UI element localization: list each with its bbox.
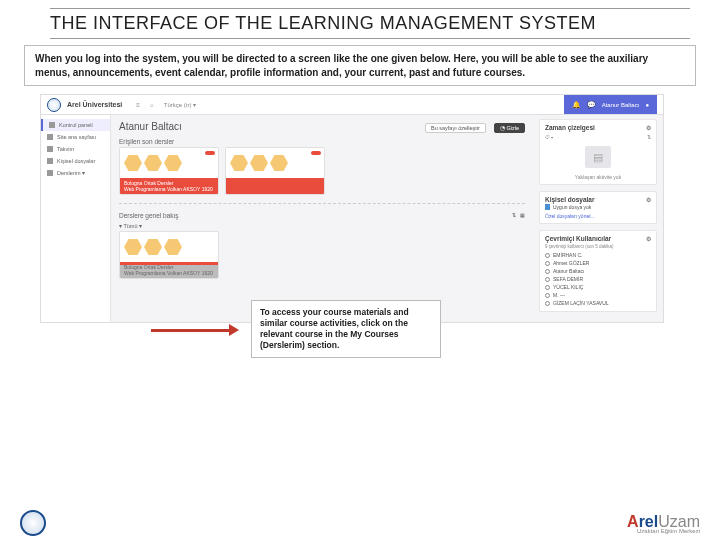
user-icon [545, 269, 550, 274]
filter-dropdown[interactable]: ▾ Tümü ▾ [119, 223, 525, 229]
search-icon[interactable]: ⌕ [150, 102, 154, 108]
user-icon [545, 293, 550, 298]
university-logo-icon [47, 98, 61, 112]
timeline-panel: Zaman çizelgesi⚙ ⏱ ▾⇅ ▤ Yaklaşan aktivit… [539, 119, 657, 185]
sidebar-item-files[interactable]: Kişisel dosyalar [41, 155, 110, 167]
online-user[interactable]: SEFA DEMİR [545, 275, 651, 283]
course-card[interactable]: Bologna Ortak DerslerWeb Programlama Vol… [119, 231, 219, 279]
sidebar-item-courses[interactable]: Derslerim ▾ [41, 167, 110, 179]
calendar-icon [47, 146, 53, 152]
course-card[interactable] [225, 147, 325, 195]
sort-icon[interactable]: ⇅ [512, 212, 516, 218]
home-icon [47, 134, 53, 140]
online-user[interactable]: EMİRHAN C. [545, 251, 651, 259]
sidebar-item-label: Kişisel dosyalar [57, 158, 95, 164]
file-icon [545, 204, 550, 210]
badge-icon [311, 151, 321, 155]
files-title: Kişisel dosyalar [545, 196, 595, 203]
online-title: Çevrimiçi Kullanıcılar [545, 235, 611, 242]
folder-icon [47, 158, 53, 164]
online-user[interactable]: GİZEM LAÇİN YASAVUL [545, 299, 651, 307]
online-user[interactable]: YÜCEL KILIÇ [545, 283, 651, 291]
lms-screenshot: Arel Üniversitesi ≡ ⌕ Türkçe (tr) ▾ 🔔 💬 … [40, 94, 664, 323]
user-icon [545, 261, 550, 266]
user-icon [545, 277, 550, 282]
dashboard-icon [49, 122, 55, 128]
user-name[interactable]: Atanur Baltacı [602, 102, 640, 108]
gear-icon[interactable]: ⚙ [646, 196, 651, 203]
notification-bell-icon[interactable]: 🔔 [572, 101, 581, 109]
page-title-bar: THE INTERFACE OF THE LEARNING MANAGEMENT… [50, 8, 690, 39]
timeline-sort[interactable]: ⇅ [647, 134, 651, 140]
hide-button[interactable]: ◔ Gizle [494, 123, 525, 133]
timeline-empty: Yaklaşan aktivite yok [545, 174, 651, 180]
user-icon [545, 253, 550, 258]
online-user[interactable]: Atanur Baltacı [545, 267, 651, 275]
user-icon [545, 301, 550, 306]
grad-cap-icon [47, 170, 53, 176]
files-panel: Kişisel dosyalar⚙ Uygun dosya yok Özel d… [539, 191, 657, 224]
online-users-panel: Çevrimiçi Kullanıcılar⚙ 9 çevrimiçi kull… [539, 230, 657, 312]
course-card[interactable]: Bologna Ortak DerslerWeb Programlama Vol… [119, 147, 219, 195]
callout-text: To access your course materials and simi… [260, 307, 409, 350]
sidebar-item-home[interactable]: Site ana sayfası [41, 131, 110, 143]
badge-icon [205, 151, 215, 155]
sidebar-item-label: Derslerim ▾ [57, 170, 85, 176]
sidebar-item-label: Kontrol paneli [59, 122, 93, 128]
files-empty: Uygun dosya yok [553, 204, 591, 210]
sidebar-item-dashboard[interactable]: Kontrol paneli [41, 119, 110, 131]
overview-label: Derslere genel bakış [119, 212, 179, 219]
timeline-title: Zaman çizelgesi [545, 124, 595, 131]
recent-courses-label: Erişilen son dersler [119, 138, 525, 145]
intro-box: When you log into the system, you will b… [24, 45, 696, 86]
user-icon [545, 285, 550, 290]
language-selector[interactable]: Türkçe (tr) ▾ [164, 101, 196, 108]
pointer-arrow [151, 325, 241, 335]
footer-university-logo-icon [20, 510, 46, 536]
sidebar: Kontrol paneli Site ana sayfası Takvim K… [41, 115, 111, 322]
online-user[interactable]: M. — [545, 291, 651, 299]
slide-footer: ArelUzam Uzaktan Eğitim Merkezi [0, 510, 720, 536]
sidebar-item-calendar[interactable]: Takvim [41, 143, 110, 155]
gear-icon[interactable]: ⚙ [646, 235, 651, 242]
calendar-empty-icon: ▤ [585, 146, 611, 168]
sidebar-item-label: Site ana sayfası [57, 134, 96, 140]
dashboard-username: Atanur Baltacı [119, 121, 182, 132]
footer-tagline: Uzaktan Eğitim Merkezi [627, 528, 700, 534]
topbar: Arel Üniversitesi ≡ ⌕ Türkçe (tr) ▾ 🔔 💬 … [41, 95, 663, 115]
timeline-filter[interactable]: ⏱ ▾ [545, 134, 554, 140]
messages-icon[interactable]: 💬 [587, 101, 596, 109]
grid-icon[interactable]: ▦ [520, 212, 525, 218]
online-user[interactable]: Ahmet GÖZLER [545, 259, 651, 267]
intro-text: When you log into the system, you will b… [35, 53, 648, 78]
callout-box: To access your course materials and simi… [251, 300, 441, 358]
customize-button[interactable]: Bu sayfayı özelleştir [425, 123, 486, 133]
page-title: THE INTERFACE OF THE LEARNING MANAGEMENT… [50, 13, 690, 34]
avatar-icon[interactable]: ● [645, 102, 649, 108]
right-column: Zaman çizelgesi⚙ ⏱ ▾⇅ ▤ Yaklaşan aktivit… [533, 115, 663, 322]
brand-name: Arel Üniversitesi [67, 101, 122, 108]
manage-files-link[interactable]: Özel dosyaları yönet... [545, 213, 651, 219]
sidebar-item-label: Takvim [57, 146, 74, 152]
gear-icon[interactable]: ⚙ [646, 124, 651, 131]
online-subtitle: 9 çevrimiçi kullanıcı (son 5 dakika) [545, 244, 651, 249]
main-area: Atanur Baltacı Bu sayfayı özelleştir ◔ G… [111, 115, 533, 322]
menu-toggle-icon[interactable]: ≡ [136, 102, 140, 108]
